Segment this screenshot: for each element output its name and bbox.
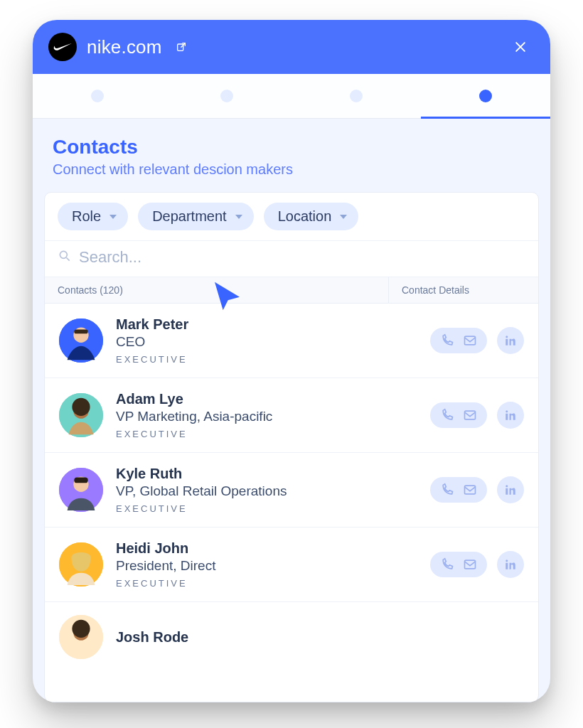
linkedin-icon (504, 483, 517, 496)
table-header: Contacts (120) Contact Details (45, 277, 538, 304)
svg-point-13 (506, 410, 508, 412)
linkedin-button[interactable] (497, 476, 524, 503)
svg-rect-23 (506, 563, 508, 569)
contact-row[interactable]: Heidi John President, Direct EXECUTIVE (45, 528, 538, 602)
avatar (59, 393, 103, 437)
panel-header: nike.com (33, 20, 550, 74)
svg-rect-4 (74, 330, 87, 334)
section-title: Contacts (53, 136, 530, 159)
email-icon (463, 557, 477, 572)
svg-rect-12 (506, 414, 508, 420)
contact-name: Adam Lye (116, 391, 417, 407)
email-icon (463, 408, 477, 422)
contacts-list: Mark Peter CEO EXECUTIVE (45, 304, 538, 702)
phone-icon (440, 408, 454, 422)
tab-dot-icon (91, 90, 104, 102)
contact-name: Heidi John (116, 540, 417, 557)
filter-role[interactable]: Role (58, 203, 128, 230)
linkedin-button[interactable] (497, 327, 524, 354)
tab-2[interactable] (162, 74, 292, 118)
svg-rect-0 (177, 44, 183, 50)
filter-location-label: Location (278, 208, 332, 225)
phone-icon (440, 557, 454, 572)
svg-point-24 (506, 560, 508, 562)
svg-point-7 (506, 336, 508, 338)
open-external-icon[interactable] (175, 41, 188, 53)
contact-name: Mark Peter (116, 316, 417, 333)
contact-row[interactable]: Josh Rode (45, 602, 538, 672)
filter-row: Role Department Location (45, 193, 538, 241)
search-icon (58, 249, 72, 266)
contacts-card: Role Department Location C (44, 192, 539, 702)
chevron-down-icon (235, 215, 242, 219)
tab-3[interactable] (292, 74, 421, 118)
avatar (59, 468, 103, 512)
contact-row[interactable]: Kyle Ruth VP, Global Retail Operations E… (45, 453, 538, 528)
phone-email-button[interactable] (430, 477, 487, 503)
linkedin-button[interactable] (497, 402, 524, 429)
contacts-panel: nike.com Contacts Connect with relevant … (33, 20, 550, 702)
svg-rect-5 (465, 336, 476, 345)
avatar (59, 318, 103, 363)
contact-actions (430, 476, 524, 503)
svg-rect-22 (465, 560, 476, 569)
contact-title: CEO (116, 334, 417, 350)
contact-tag: EXECUTIVE (116, 354, 417, 365)
contact-tag: EXECUTIVE (116, 578, 417, 589)
tab-strip (33, 74, 550, 119)
swoosh-icon (53, 42, 73, 52)
contact-actions (430, 551, 524, 578)
phone-email-button[interactable] (430, 402, 487, 428)
svg-point-27 (72, 620, 90, 638)
search-input[interactable] (79, 248, 525, 267)
column-contacts: Contacts (120) (45, 277, 389, 303)
contact-actions (430, 402, 524, 429)
filter-department[interactable]: Department (138, 203, 254, 230)
contact-title: VP, Global Retail Operations (116, 483, 417, 499)
contact-row[interactable]: Adam Lye VP Marketing, Asia-pacific EXEC… (45, 378, 538, 453)
linkedin-icon (504, 558, 517, 571)
tab-dot-icon (220, 90, 233, 102)
tab-dot-icon (479, 90, 492, 102)
contact-title: President, Direct (116, 558, 417, 574)
column-details: Contact Details (389, 277, 538, 303)
contact-title: VP Marketing, Asia-pacific (116, 409, 417, 424)
search-row (45, 241, 538, 277)
contact-actions (430, 327, 524, 354)
svg-rect-11 (465, 411, 476, 419)
chevron-down-icon (109, 215, 117, 219)
tab-4-active[interactable] (421, 74, 550, 118)
site-name[interactable]: nike.com (87, 36, 162, 58)
avatar (59, 542, 103, 587)
phone-icon (440, 333, 454, 348)
svg-point-10 (72, 398, 90, 416)
brand-logo (48, 33, 77, 61)
section-heading: Contacts Connect with relevant descion m… (33, 119, 550, 186)
contact-row[interactable]: Mark Peter CEO EXECUTIVE (45, 304, 538, 378)
svg-point-1 (60, 251, 67, 258)
filter-location[interactable]: Location (264, 203, 359, 230)
phone-email-button[interactable] (430, 552, 487, 577)
email-icon (463, 483, 477, 497)
svg-rect-18 (506, 488, 508, 495)
phone-email-button[interactable] (430, 328, 487, 353)
chevron-down-icon (340, 215, 347, 219)
tab-1[interactable] (33, 74, 162, 118)
contact-name: Josh Rode (116, 629, 524, 646)
contact-name: Kyle Ruth (116, 466, 417, 482)
close-button[interactable] (509, 36, 532, 58)
filter-role-label: Role (72, 208, 101, 225)
linkedin-button[interactable] (497, 551, 524, 578)
svg-rect-16 (74, 478, 87, 483)
svg-point-19 (506, 485, 508, 487)
linkedin-icon (504, 334, 517, 347)
linkedin-icon (504, 409, 517, 422)
svg-rect-17 (465, 486, 476, 494)
avatar (59, 615, 103, 659)
svg-rect-6 (506, 339, 508, 346)
phone-icon (440, 483, 454, 497)
section-subtitle: Connect with relevant descion makers (53, 161, 530, 178)
tab-dot-icon (350, 90, 363, 102)
contact-tag: EXECUTIVE (116, 429, 417, 439)
email-icon (463, 333, 477, 348)
